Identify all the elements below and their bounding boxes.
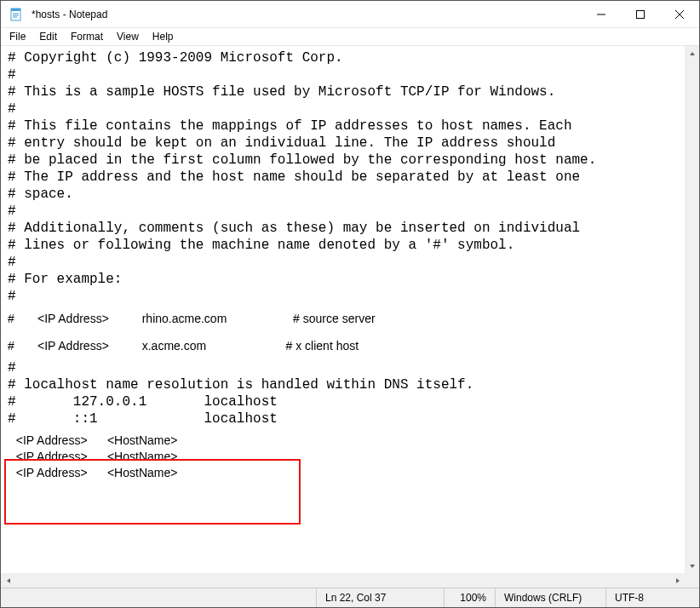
scrollbar-corner [685,573,699,588]
window-title: *hosts - Notepad [30,9,582,20]
editor-area: # Copyright (c) 1993-2009 Microsoft Corp… [1,46,699,588]
minimize-button[interactable] [582,1,621,27]
added-entry-row: <IP Address> <HostName> [9,433,681,449]
menu-help[interactable]: Help [146,29,181,44]
vertical-scrollbar[interactable] [685,46,699,573]
text-editor[interactable]: # Copyright (c) 1993-2009 Microsoft Corp… [1,46,685,573]
status-lncol: Ln 22, Col 37 [316,588,444,607]
svg-rect-1 [11,9,20,11]
status-eol: Windows (CRLF) [495,588,605,607]
menu-edit[interactable]: Edit [32,29,64,44]
svg-rect-6 [637,10,645,18]
close-button[interactable] [660,1,699,27]
status-spacer [1,588,316,607]
menu-file[interactable]: File [3,29,32,44]
added-entries: <IP Address> <HostName> <IP Address> <Ho… [8,427,683,486]
status-encoding: UTF-8 [605,588,699,607]
added-entry-row: <IP Address> <HostName> [9,449,681,465]
menu-format[interactable]: Format [64,29,110,44]
maximize-button[interactable] [621,1,660,27]
status-bar: Ln 22, Col 37 100% Windows (CRLF) UTF-8 [1,588,699,607]
title-bar: *hosts - Notepad [1,1,699,28]
scroll-up-icon[interactable] [685,46,699,60]
menu-view[interactable]: View [110,29,146,44]
scroll-right-icon[interactable] [670,573,685,588]
notepad-icon [9,8,23,21]
status-zoom: 100% [444,588,495,607]
scroll-left-icon[interactable] [1,573,15,588]
menu-bar: File Edit Format View Help [1,28,699,46]
horizontal-scrollbar[interactable] [1,573,685,588]
window-controls [582,1,699,27]
added-entry-row: <IP Address> <HostName> [9,465,681,481]
scroll-down-icon[interactable] [685,559,699,573]
example-row: # <IP Address> x.acme.com # x client hos… [8,332,683,359]
example-row: # <IP Address> rhino.acme.com # source s… [8,305,683,332]
